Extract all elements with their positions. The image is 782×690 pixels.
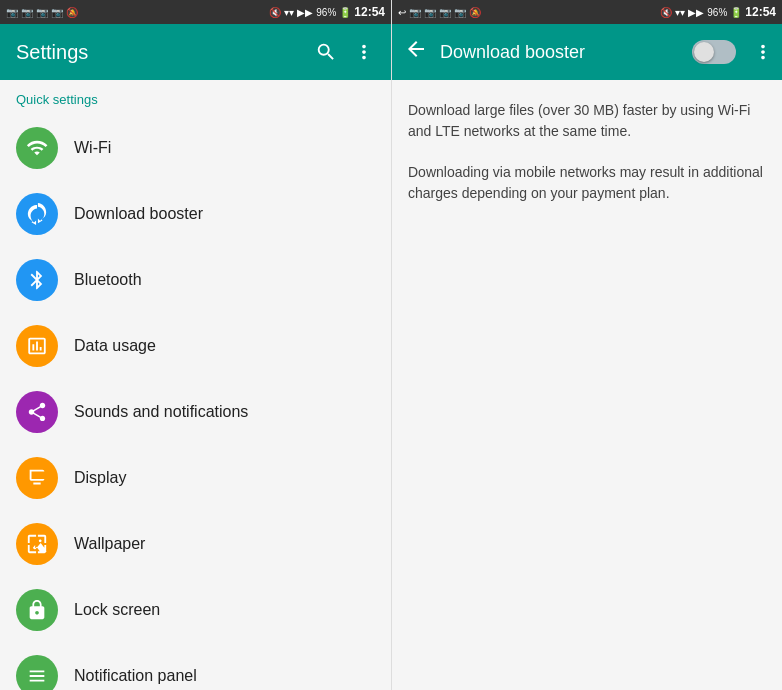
status-bar-left: 📷 📷 📷 📷 🔕 🔇 ▾▾ ▶▶ 96% 🔋 12:54 (0, 0, 391, 24)
download-booster-label: Download booster (74, 205, 203, 223)
notification-panel-label: Notification panel (74, 667, 197, 685)
battery-icon-r: 🔋 (730, 7, 742, 18)
data-usage-icon (16, 325, 58, 367)
settings-item-sounds[interactable]: Sounds and notifications (0, 379, 391, 445)
display-label: Display (74, 469, 126, 487)
wifi-signal-icon: ▾▾ (284, 7, 294, 18)
display-icon (16, 457, 58, 499)
detail-app-bar: Download booster (392, 24, 782, 80)
notification-icon-1: 📷 (6, 7, 18, 18)
wallpaper-icon (16, 523, 58, 565)
more-options-button[interactable] (353, 41, 375, 63)
settings-item-download-booster[interactable]: Download booster (0, 181, 391, 247)
settings-item-lock-screen[interactable]: Lock screen (0, 577, 391, 643)
detail-content: Download large files (over 30 MB) faster… (392, 80, 782, 690)
battery-percent: 96% (316, 7, 336, 18)
signal-icon-r: ▶▶ (688, 7, 704, 18)
notification-icon-r2: 📷 (424, 7, 436, 18)
wifi-signal-icon-r: ▾▾ (675, 7, 685, 18)
download-booster-panel: ↩ 📷 📷 📷 📷 🔕 🔇 ▾▾ ▶▶ 96% 🔋 12:54 Download… (391, 0, 782, 690)
detail-text-2: Downloading via mobile networks may resu… (408, 162, 766, 204)
notification-icon-3: 📷 (36, 7, 48, 18)
download-booster-icon (16, 193, 58, 235)
notification-icon-r1: 📷 (409, 7, 421, 18)
notification-icon-4: 📷 (51, 7, 63, 18)
quick-settings-label: Quick settings (0, 80, 391, 115)
lock-screen-label: Lock screen (74, 601, 160, 619)
mute-icon-r: 🔇 (660, 7, 672, 18)
settings-item-display[interactable]: Display (0, 445, 391, 511)
data-usage-label: Data usage (74, 337, 156, 355)
wifi-icon (16, 127, 58, 169)
notification-icon-5: 🔕 (66, 7, 78, 18)
status-icons-left: 📷 📷 📷 📷 🔕 (6, 7, 78, 18)
settings-item-notification-panel[interactable]: Notification panel (0, 643, 391, 690)
toggle-knob (694, 42, 714, 62)
back-arrow-status: ↩ (398, 7, 406, 18)
settings-app-bar: Settings (0, 24, 391, 80)
status-time-left: 12:54 (354, 5, 385, 19)
notification-icon-r5: 🔕 (469, 7, 481, 18)
notification-icon-r4: 📷 (454, 7, 466, 18)
sounds-icon (16, 391, 58, 433)
sounds-label: Sounds and notifications (74, 403, 248, 421)
detail-text-1: Download large files (over 30 MB) faster… (408, 100, 766, 142)
battery-percent-r: 96% (707, 7, 727, 18)
wifi-label: Wi-Fi (74, 139, 111, 157)
settings-item-wifi[interactable]: Wi-Fi (0, 115, 391, 181)
bluetooth-icon (16, 259, 58, 301)
download-booster-toggle[interactable] (692, 40, 736, 64)
status-bar-right: ↩ 📷 📷 📷 📷 🔕 🔇 ▾▾ ▶▶ 96% 🔋 12:54 (392, 0, 782, 24)
search-button[interactable] (315, 41, 337, 63)
notification-icon-r3: 📷 (439, 7, 451, 18)
app-bar-actions (315, 41, 375, 63)
wallpaper-label: Wallpaper (74, 535, 145, 553)
settings-item-wallpaper[interactable]: Wallpaper (0, 511, 391, 577)
detail-more-options-button[interactable] (752, 41, 774, 63)
status-icons-right-right: 🔇 ▾▾ ▶▶ 96% 🔋 12:54 (660, 5, 776, 19)
notification-panel-icon (16, 655, 58, 690)
notification-icon-2: 📷 (21, 7, 33, 18)
detail-title: Download booster (440, 42, 684, 63)
signal-icon: ▶▶ (297, 7, 313, 18)
settings-item-bluetooth[interactable]: Bluetooth (0, 247, 391, 313)
status-icons-right: 🔇 ▾▾ ▶▶ 96% 🔋 12:54 (269, 5, 385, 19)
settings-title: Settings (16, 41, 315, 64)
status-time-right: 12:54 (745, 5, 776, 19)
settings-item-data-usage[interactable]: Data usage (0, 313, 391, 379)
settings-list: Wi-Fi Download booster Bluetooth Data us… (0, 115, 391, 690)
bluetooth-label: Bluetooth (74, 271, 142, 289)
lock-screen-icon (16, 589, 58, 631)
back-button[interactable] (400, 33, 432, 71)
battery-icon: 🔋 (339, 7, 351, 18)
settings-panel: 📷 📷 📷 📷 🔕 🔇 ▾▾ ▶▶ 96% 🔋 12:54 Settings (0, 0, 391, 690)
status-icons-right-left: ↩ 📷 📷 📷 📷 🔕 (398, 7, 481, 18)
mute-icon: 🔇 (269, 7, 281, 18)
